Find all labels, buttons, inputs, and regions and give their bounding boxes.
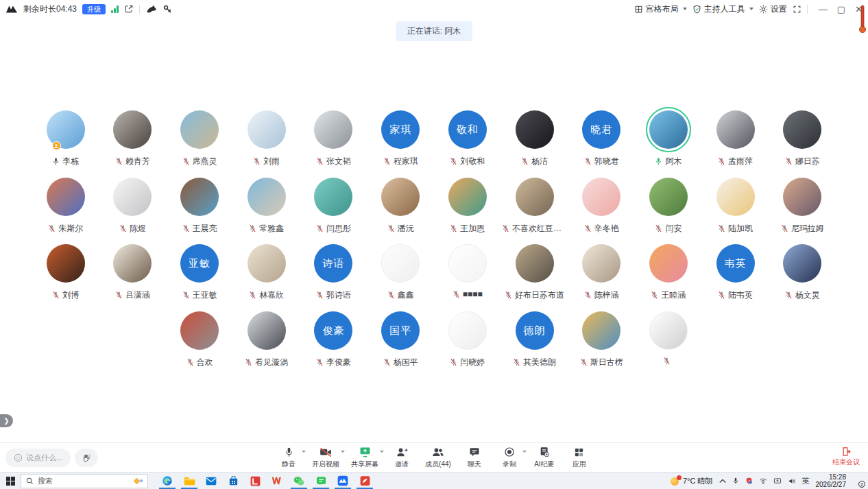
participant-tile[interactable]: 看见漩涡: [233, 311, 300, 379]
toolbar-screen-share-button[interactable]: 共享屏幕: [351, 446, 378, 469]
participant-tile[interactable]: 韦英陆韦英: [702, 244, 769, 311]
participant-tile[interactable]: 鑫鑫: [367, 244, 434, 311]
participant-tile[interactable]: 常雅鑫: [233, 178, 300, 245]
tray-volume-icon[interactable]: [788, 477, 796, 485]
taskbar-app-store[interactable]: [222, 473, 244, 489]
taskbar-app-chat-app[interactable]: [310, 473, 332, 489]
participant-name-row: 合欢: [186, 357, 213, 368]
participant-tile[interactable]: 敬和刘敬和: [434, 110, 501, 178]
participant-tile[interactable]: 陈梓涵: [568, 244, 635, 311]
network-signal-icon[interactable]: [111, 5, 119, 13]
keys-icon[interactable]: [162, 4, 173, 14]
participant-tile[interactable]: 诗语郭诗语: [300, 244, 367, 311]
participant-tile[interactable]: 尼玛拉姆: [769, 178, 836, 245]
participant-tile[interactable]: 孟雨萍: [702, 110, 769, 178]
participant-tile[interactable]: 闫思彤: [300, 178, 367, 245]
participant-tile[interactable]: 不喜欢红豆的面包...: [501, 178, 568, 245]
participant-tile[interactable]: 合欢: [166, 311, 233, 379]
sidebar-expand-toggle[interactable]: ❯: [0, 414, 13, 427]
participant-tile[interactable]: 好布日苏布道: [501, 244, 568, 311]
taskbar-app-mail[interactable]: [200, 473, 222, 489]
participant-tile[interactable]: 娜日苏: [769, 110, 836, 178]
avatar-wrap: [113, 178, 152, 216]
toolbar-mic-button[interactable]: 静音: [277, 446, 300, 469]
start-button[interactable]: [0, 473, 21, 489]
participant-tile[interactable]: 陈煜: [99, 178, 167, 245]
participant-tile[interactable]: 王加恩: [434, 178, 501, 245]
share-window-icon[interactable]: [124, 4, 134, 14]
participant-tile[interactable]: 潘沅: [367, 178, 434, 245]
tray-mic-icon[interactable]: [732, 477, 739, 485]
input-language-indicator[interactable]: 英: [802, 476, 810, 486]
taskbar-app-wechat[interactable]: [288, 473, 310, 489]
participant-tile[interactable]: 张文韬: [300, 110, 367, 178]
tray-network-icon[interactable]: [759, 477, 767, 485]
toolbar-camera-off-button[interactable]: 开启视频: [312, 446, 339, 469]
taskbar-clock[interactable]: 15:28 2026/2/27: [816, 473, 847, 488]
participant-tile[interactable]: 俊豪李俊豪: [300, 311, 367, 379]
participant-tile[interactable]: 林嘉欣: [233, 244, 300, 311]
layout-selector[interactable]: 宫格布局: [634, 3, 687, 15]
participant-tile[interactable]: 李栋: [32, 110, 99, 178]
participant-tile[interactable]: 国平杨国平: [367, 311, 434, 379]
avatar-wrap: [47, 110, 85, 149]
upgrade-button[interactable]: 升级: [82, 4, 106, 14]
participant-tile[interactable]: 朱斯尔: [32, 178, 99, 245]
participant-tile[interactable]: 王晨亮: [166, 178, 233, 245]
participant-tile[interactable]: 吕潇涵: [99, 244, 167, 311]
participant-tile[interactable]: 赖青芳: [99, 110, 167, 178]
participant-tile[interactable]: 晓君郭晓君: [568, 110, 635, 178]
host-tools-menu[interactable]: 主持人工具: [692, 3, 754, 15]
participant-name-row: 鑫鑫: [387, 289, 414, 301]
chevron-down-icon[interactable]: [341, 451, 345, 453]
notification-center-button[interactable]: 2: [852, 476, 864, 486]
toolbar-members-button[interactable]: 成员(44): [425, 446, 451, 469]
participant-tile[interactable]: [635, 311, 702, 379]
copilot-sparkle-icon[interactable]: [134, 479, 143, 484]
tray-expand-icon[interactable]: [719, 478, 726, 484]
minimize-button[interactable]: —: [819, 5, 828, 14]
taskbar-app-explorer[interactable]: [178, 473, 200, 489]
fullscreen-icon[interactable]: [793, 5, 801, 14]
participant-tile[interactable]: ■■■■: [434, 244, 501, 311]
toolbar-invite-button[interactable]: 邀请: [390, 446, 413, 469]
participant-name: 刘雨: [263, 156, 280, 167]
mascot-icon[interactable]: [145, 4, 157, 14]
settings-button[interactable]: 设置: [759, 3, 787, 15]
taskbar-app-l-app[interactable]: [244, 473, 266, 489]
participant-name-row: 闫晓婷: [450, 357, 485, 368]
participant-tile[interactable]: 席燕灵: [166, 110, 233, 178]
chevron-down-icon[interactable]: [380, 451, 384, 453]
tray-cast-icon[interactable]: [773, 477, 782, 485]
end-meeting-button[interactable]: 结束会议: [832, 446, 860, 467]
taskbar-app-doc-red[interactable]: [354, 473, 376, 489]
participant-tile[interactable]: 王睦涵: [635, 244, 702, 311]
toolbar-record-button[interactable]: 录制: [498, 446, 521, 469]
toolbar-ai-notes-button[interactable]: AI纪要: [533, 446, 556, 469]
taskbar-app-wps[interactable]: [266, 473, 288, 489]
participant-tile[interactable]: 辛冬艳: [568, 178, 635, 245]
maximize-button[interactable]: ▢: [837, 5, 845, 14]
participant-tile[interactable]: 闫晓婷: [434, 311, 501, 379]
taskbar-search-input[interactable]: 搜索: [21, 474, 148, 488]
participant-tile[interactable]: 杨洁: [501, 110, 568, 178]
taskbar-app-edge[interactable]: [156, 473, 178, 489]
participant-tile[interactable]: 家琪程家琪: [367, 110, 434, 178]
participant-tile[interactable]: 陆加凯: [702, 178, 769, 245]
participant-tile[interactable]: 斯日古楞: [568, 311, 635, 379]
participant-tile[interactable]: 杨文炅: [769, 244, 836, 311]
weather-widget[interactable]: 7°C 晴朗: [671, 476, 713, 486]
participant-tile[interactable]: 阿木: [635, 110, 702, 178]
tray-security-icon[interactable]: [745, 477, 753, 485]
participant-tile[interactable]: 刘雨: [233, 110, 300, 178]
taskbar-app-meeting[interactable]: [332, 473, 354, 489]
participant-name: 席燕灵: [193, 156, 217, 167]
participant-tile[interactable]: 亚敏王亚敏: [166, 244, 233, 311]
participant-tile[interactable]: 闫安: [635, 178, 702, 245]
toolbar-apps-button[interactable]: 应用: [568, 446, 591, 469]
chevron-down-icon[interactable]: [302, 451, 306, 453]
participant-tile[interactable]: 德朗其美德朗: [501, 311, 568, 379]
participant-tile[interactable]: 刘博: [32, 244, 99, 311]
toolbar-chat-button[interactable]: 聊天: [463, 446, 486, 469]
chevron-down-icon[interactable]: [522, 451, 527, 453]
